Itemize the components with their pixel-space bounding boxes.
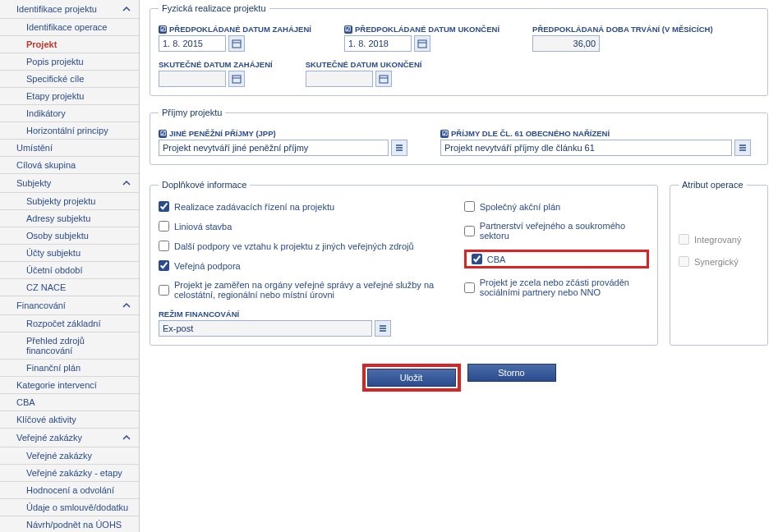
sidebar-item-label: Identifikace operace — [26, 22, 107, 32]
sidebar-item-label: Veřejné zakázky - etapy — [26, 468, 122, 478]
sidebar-item-label: Etapy projektu — [26, 91, 84, 101]
cancel-button[interactable]: Storno — [467, 364, 556, 382]
sidebar-item-label: Hodnocení a odvolání — [26, 485, 114, 495]
sidebar-item-label: CZ NACE — [26, 282, 66, 292]
sidebar-item-label: Klíčové aktivity — [16, 415, 76, 424]
calendar-icon[interactable] — [228, 35, 245, 52]
highlight-save: Uložit — [362, 364, 461, 392]
input-jpp[interactable] — [159, 140, 389, 156]
svg-rect-6 — [380, 76, 388, 83]
required-icon: ☑ — [159, 25, 167, 34]
input-start-real[interactable] — [159, 71, 226, 87]
sidebar-item-projekt[interactable]: Projekt — [0, 36, 139, 53]
sidebar-item-label: Účty subjektu — [26, 248, 81, 258]
input-rezim[interactable] — [159, 320, 372, 337]
sidebar-item-label: Popis projektu — [26, 57, 84, 66]
sidebar-item-label: Kategorie intervencí — [16, 380, 97, 390]
list-icon[interactable] — [375, 320, 391, 337]
sidebar-item-label: Veřejné zakázky — [26, 451, 92, 461]
sidebar-item-kl-ov-aktivity[interactable]: Klíčové aktivity — [0, 411, 139, 429]
sidebar-item-label: Indikátory — [26, 108, 66, 118]
input-start-plan[interactable] — [159, 35, 226, 52]
calendar-icon[interactable] — [375, 71, 392, 87]
input-duration[interactable] — [532, 35, 600, 52]
chevron-up-icon — [121, 3, 132, 15]
sidebar-item-label: Cílová skupina — [16, 160, 76, 170]
check-liniova[interactable]: Liniová stavba — [159, 221, 440, 232]
label-rezim: REŽIM FINANCOVÁNÍ — [159, 310, 649, 319]
check-partnerstvi[interactable]: Partnerství veřejného a soukromého sekto… — [464, 221, 649, 241]
label-start-plan: ☑PŘEDPOKLÁDANÉ DATUM ZAHÁJENÍ — [159, 25, 311, 34]
sidebar-item-subjekty-projektu[interactable]: Subjekty projektu — [0, 193, 139, 210]
check-spolecny-plan[interactable]: Společný akční plán — [464, 201, 649, 212]
sidebar-nav: Identifikace projektuIdentifikace operac… — [0, 0, 140, 532]
sidebar-item-finan-n-pl-n[interactable]: Finanční plán — [0, 360, 139, 377]
sidebar-item-p-ehled-zdroj-financov-n-[interactable]: Přehled zdrojů financování — [0, 332, 139, 360]
sidebar-item-label: Veřejné zakázky — [16, 433, 82, 443]
sidebar-item-label: Umístění — [16, 143, 53, 153]
calendar-icon[interactable] — [228, 71, 245, 87]
sidebar-item-c-lov-skupina[interactable]: Cílová skupina — [0, 157, 139, 174]
sidebar-item-um-st-n-[interactable]: Umístění — [0, 140, 139, 157]
check-cba[interactable]: CBA — [472, 254, 506, 264]
list-icon[interactable] — [391, 140, 407, 156]
input-end-real[interactable] — [306, 71, 373, 87]
sidebar-item-label: Rozpočet základní — [26, 319, 101, 328]
sidebar-item-kategorie-intervenc-[interactable]: Kategorie intervencí — [0, 377, 139, 394]
legend-fyzicka: Fyzická realizace projektu — [159, 3, 269, 13]
sidebar-item-label: Osoby subjektu — [26, 231, 89, 241]
sidebar-item-popis-projektu[interactable]: Popis projektu — [0, 53, 139, 71]
sidebar-item-hodnocen-a-odvol-n-[interactable]: Hodnocení a odvolání — [0, 482, 139, 499]
sidebar-item-subjekty[interactable]: Subjekty — [0, 174, 139, 193]
sidebar-item--etn-obdob-[interactable]: Účetní období — [0, 262, 139, 279]
check-dalsi-podpory[interactable]: Další podpory ve vztahu k projektu z jin… — [159, 241, 440, 251]
check-organy[interactable]: Projekt je zaměřen na orgány veřejné spr… — [159, 280, 440, 300]
label-duration: PŘEDPOKLÁDANÁ DOBA TRVÁNÍ (V MĚSÍCÍCH) — [532, 25, 713, 34]
label-start-real: SKUTEČNÉ DATUM ZAHÁJENÍ — [159, 60, 273, 69]
legend-atribut: Atribut operace — [679, 180, 747, 190]
label-end-plan: ☑PŘEDPOKLÁDANÉ DATUM UKONČENÍ — [344, 25, 499, 34]
sidebar-item-label: Financování — [16, 300, 66, 310]
required-icon: ☑ — [440, 130, 449, 138]
sidebar-item-label: Finanční plán — [26, 363, 81, 373]
sidebar-item-label: Projekt — [26, 39, 57, 49]
sidebar-item-financov-n-[interactable]: Financování — [0, 296, 139, 315]
sidebar-item-n-vrh-podn-t-na-ohs[interactable]: Návrh/podnět na ÚOHS — [0, 516, 139, 532]
required-icon: ☑ — [159, 130, 167, 138]
sidebar-item-label: Identifikace projektu — [16, 4, 97, 14]
input-cl61[interactable] — [440, 140, 732, 156]
check-integrovany[interactable]: Integrovaný — [679, 234, 759, 245]
sidebar-item-ve-ejn-zak-zky[interactable]: Veřejné zakázky — [0, 447, 139, 465]
sidebar-item-identifikace-operace[interactable]: Identifikace operace — [0, 19, 139, 36]
check-realizace[interactable]: Realizace zadávacích řízení na projektu — [159, 201, 440, 212]
check-socialni-partneri[interactable]: Projekt je zcela nebo zčásti prováděn so… — [464, 277, 649, 297]
sidebar-item-indik-tory[interactable]: Indikátory — [0, 105, 139, 122]
sidebar-item-cba[interactable]: CBA — [0, 394, 139, 411]
input-end-plan[interactable] — [344, 35, 412, 52]
sidebar-item-ve-ejn-zak-zky-etapy[interactable]: Veřejné zakázky - etapy — [0, 465, 139, 482]
calendar-icon[interactable] — [414, 35, 430, 52]
fieldset-prijmy: Příjmy projektu ☑JINÉ PENĚŽNÍ PŘÍJMY (JP… — [150, 108, 768, 165]
sidebar-item-identifikace-projektu[interactable]: Identifikace projektu — [0, 0, 139, 19]
sidebar-item-label: Adresy subjektu — [26, 213, 90, 223]
list-icon[interactable] — [734, 140, 751, 156]
sidebar-item-adresy-subjektu[interactable]: Adresy subjektu — [0, 210, 139, 227]
sidebar-item-osoby-subjektu[interactable]: Osoby subjektu — [0, 227, 139, 245]
sidebar-item-label: Přehled zdrojů financování — [26, 336, 132, 355]
sidebar-item-horizont-ln-principy[interactable]: Horizontální principy — [0, 122, 139, 140]
check-verejna-podpora[interactable]: Veřejná podpora — [159, 260, 440, 271]
sidebar-item-ve-ejn-zak-zky[interactable]: Veřejné zakázky — [0, 429, 139, 447]
sidebar-item-rozpo-et-z-kladn-[interactable]: Rozpočet základní — [0, 315, 139, 332]
save-button[interactable]: Uložit — [367, 369, 456, 387]
fieldset-fyzicka-realizace: Fyzická realizace projektu ☑PŘEDPOKLÁDAN… — [150, 3, 768, 96]
sidebar-item--ty-subjektu[interactable]: Účty subjektu — [0, 245, 139, 262]
sidebar-item-etapy-projektu[interactable]: Etapy projektu — [0, 88, 139, 105]
check-synergicky[interactable]: Synergický — [679, 256, 759, 267]
sidebar-item-label: Subjekty — [16, 178, 51, 188]
sidebar-item-cz-nace[interactable]: CZ NACE — [0, 279, 139, 296]
fieldset-atribut: Atribut operace Integrovaný Synergický — [670, 180, 768, 346]
svg-rect-0 — [232, 40, 241, 48]
sidebar-item--daje-o-smlouv-dodatku[interactable]: Údaje o smlouvě/dodatku — [0, 499, 139, 516]
fieldset-doplnkove: Doplňkové informace Realizace zadávacích… — [150, 180, 658, 346]
sidebar-item-specifick-c-le[interactable]: Specifické cíle — [0, 71, 139, 88]
